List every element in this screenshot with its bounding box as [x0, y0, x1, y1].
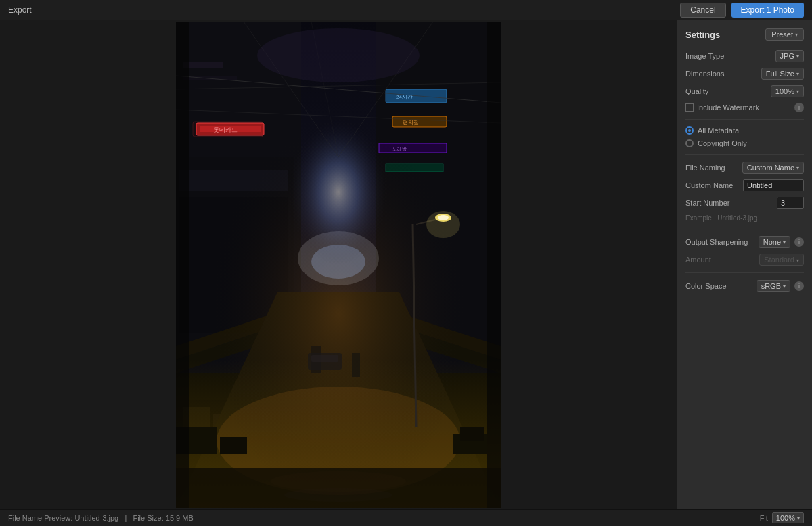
divider-3 [685, 229, 804, 229]
file-name-preview-label: File Name Preview: [8, 514, 72, 522]
image-type-label: Image Type [685, 52, 724, 60]
copyright-only-radio[interactable] [685, 139, 694, 147]
fit-label: Fit [760, 514, 768, 522]
divider-1 [685, 119, 804, 120]
output-sharpening-value-container: None ▾ i [759, 236, 804, 248]
dimensions-label: Dimensions [685, 70, 724, 78]
example-row: Example Untitled-3.jpg [685, 214, 804, 222]
watermark-info-icon[interactable]: i [794, 103, 804, 112]
status-bar: File Name Preview: Untitled-3.jpg | File… [0, 509, 812, 526]
cancel-button[interactable]: Cancel [680, 3, 725, 18]
dimensions-row: Dimensions Full Size ▾ [685, 68, 804, 80]
file-naming-chevron: ▾ [796, 165, 799, 171]
zoom-dropdown[interactable]: 100% ▾ [772, 512, 804, 523]
status-right: Fit 100% ▾ [760, 512, 804, 523]
custom-name-label: Custom Name [685, 181, 733, 189]
example-value: Untitled-3.jpg [717, 214, 757, 222]
quality-value: 100% [775, 87, 794, 95]
output-sharpening-dropdown[interactable]: None ▾ [759, 236, 790, 248]
amount-chevron: ▾ [796, 258, 799, 264]
topbar-buttons: Cancel Export 1 Photo [680, 3, 804, 18]
svg-point-61 [257, 28, 420, 82]
svg-rect-62 [193, 122, 263, 137]
dimensions-dropdown[interactable]: Full Size ▾ [761, 68, 804, 80]
all-metadata-row[interactable]: All Metadata [685, 126, 804, 135]
output-sharpening-value: None [763, 238, 781, 246]
preset-button[interactable]: Preset ▾ [765, 28, 804, 41]
amount-dropdown[interactable]: Standard ▾ [759, 254, 804, 266]
svg-point-50 [426, 211, 460, 238]
all-metadata-label: All Metadata [698, 126, 739, 135]
output-sharpening-chevron: ▾ [783, 239, 786, 245]
svg-rect-58 [220, 437, 247, 454]
start-number-row: Start Number [685, 197, 804, 209]
dimensions-value: Full Size [766, 70, 794, 78]
file-name-preview-value: Untitled-3.jpg [74, 514, 118, 522]
example-label: Example [685, 214, 712, 222]
sharpening-info-icon[interactable]: i [794, 237, 804, 247]
all-metadata-radio[interactable] [685, 126, 694, 135]
zoom-chevron: ▾ [797, 515, 800, 521]
output-sharpening-label: Output Sharpening [685, 238, 748, 246]
preset-chevron: ▾ [795, 32, 798, 38]
start-number-input[interactable] [777, 197, 804, 209]
svg-rect-64 [176, 22, 189, 508]
divider-4 [685, 272, 804, 273]
watermark-row: Include Watermark i [685, 103, 804, 112]
svg-rect-65 [487, 22, 501, 508]
custom-name-row: Custom Name [685, 179, 804, 191]
amount-value: Standard [764, 256, 794, 264]
file-naming-row: File Naming Custom Name ▾ [685, 162, 804, 174]
quality-chevron: ▾ [796, 89, 799, 95]
custom-name-input[interactable] [743, 179, 804, 191]
file-size-value: 15.9 MB [166, 514, 194, 522]
main-content: 롯데카드 24시간 [0, 20, 812, 509]
file-naming-label: File Naming [685, 164, 725, 172]
dimensions-value-container: Full Size ▾ [761, 68, 804, 80]
color-space-chevron: ▾ [783, 283, 786, 289]
svg-rect-60 [460, 427, 484, 441]
panel-header: Settings Preset ▾ [685, 28, 804, 41]
color-space-value: sRGB [761, 282, 781, 290]
file-naming-value-container: Custom Name ▾ [742, 162, 804, 174]
quality-dropdown[interactable]: 100% ▾ [771, 85, 804, 97]
watermark-label: Include Watermark [697, 103, 759, 112]
zoom-value: 100% [776, 514, 795, 522]
image-type-value: JPG [780, 52, 794, 60]
svg-rect-56 [311, 355, 338, 362]
file-size-label: File Size: [133, 514, 163, 522]
output-sharpening-row: Output Sharpening None ▾ i [685, 236, 804, 248]
file-naming-dropdown[interactable]: Custom Name ▾ [742, 162, 804, 174]
svg-rect-39 [176, 22, 501, 508]
status-left: File Name Preview: Untitled-3.jpg | File… [8, 514, 194, 522]
svg-rect-66 [176, 468, 501, 508]
amount-label: Amount [685, 256, 711, 264]
watermark-checkbox[interactable] [685, 103, 694, 112]
amount-row: Amount Standard ▾ [685, 254, 804, 266]
quality-row: Quality 100% ▾ [685, 85, 804, 97]
file-naming-value: Custom Name [747, 164, 794, 172]
svg-rect-54 [352, 353, 360, 377]
dimensions-chevron: ▾ [796, 71, 799, 77]
color-space-row: Color Space sRGB ▾ i [685, 280, 804, 292]
photo-area: 롯데카드 24시간 [0, 20, 677, 509]
watermark-left: Include Watermark [685, 103, 759, 112]
quality-label: Quality [685, 87, 708, 95]
start-number-label: Start Number [685, 199, 729, 207]
image-type-row: Image Type JPG ▾ [685, 50, 804, 62]
top-bar: Export Cancel Export 1 Photo [0, 0, 812, 20]
color-space-dropdown[interactable]: sRGB ▾ [757, 280, 790, 292]
copyright-only-row[interactable]: Copyright Only [685, 139, 804, 147]
image-type-chevron: ▾ [796, 53, 799, 59]
image-type-value-container: JPG ▾ [775, 50, 804, 62]
color-space-label: Color Space [685, 282, 727, 290]
preset-label: Preset [771, 30, 793, 39]
panel-title: Settings [685, 30, 720, 40]
export-title: Export [8, 5, 32, 15]
quality-value-container: 100% ▾ [771, 85, 804, 97]
settings-panel: Settings Preset ▾ Image Type JPG ▾ Dimen… [677, 20, 812, 509]
export-button[interactable]: Export 1 Photo [731, 3, 804, 18]
divider-2 [685, 154, 804, 155]
image-type-dropdown[interactable]: JPG ▾ [775, 50, 804, 62]
color-space-info-icon[interactable]: i [794, 281, 804, 291]
